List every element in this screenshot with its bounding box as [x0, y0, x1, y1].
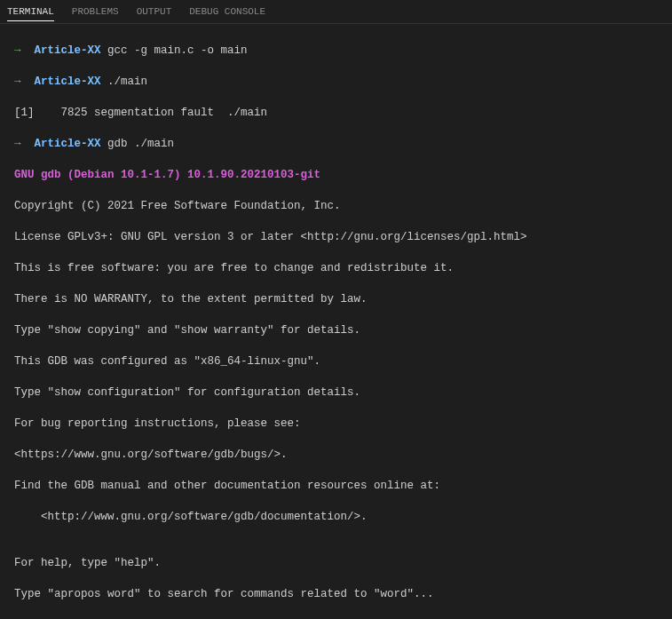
terminal-content[interactable]: → Article-XX gcc -g main.c -o main → Art…	[0, 24, 672, 619]
terminal-line: [1] 7825 segmentation fault ./main	[14, 106, 658, 122]
terminal-line: → Article-XX gcc -g main.c -o main	[14, 44, 658, 60]
tab-terminal[interactable]: TERMINAL	[7, 3, 54, 21]
gdb-text: Type "apropos word" to search for comman…	[14, 587, 658, 603]
gdb-text: <http://www.gnu.org/software/gdb/documen…	[14, 510, 658, 526]
gdb-text: For help, type "help".	[14, 556, 658, 572]
gdb-text: Copyright (C) 2021 Free Software Foundat…	[14, 199, 658, 215]
segfault-msg: [1] 7825 segmentation fault ./main	[14, 107, 267, 119]
terminal-line: → Article-XX ./main	[14, 75, 658, 91]
gdb-text: License GPLv3+: GNU GPL version 3 or lat…	[14, 230, 658, 246]
gdb-text: For bug reporting instructions, please s…	[14, 417, 658, 433]
tab-problems[interactable]: PROBLEMS	[72, 3, 119, 20]
gdb-text: This GDB was configured as "x86_64-linux…	[14, 354, 658, 370]
gdb-text: Type "show copying" and "show warranty" …	[14, 323, 658, 339]
gdb-text: Type "show configuration" for configurat…	[14, 385, 658, 401]
prompt-path: Article-XX	[35, 44, 101, 57]
terminal-line: → Article-XX gdb ./main	[14, 137, 658, 153]
gdb-text: Find the GDB manual and other documentat…	[14, 479, 658, 495]
cmd-gdb: gdb ./main	[107, 138, 174, 150]
tab-output[interactable]: OUTPUT	[137, 3, 172, 20]
gdb-text: <https://www.gnu.org/software/gdb/bugs/>…	[14, 448, 658, 464]
gdb-banner: GNU gdb (Debian 10.1-1.7) 10.1.90.202101…	[14, 168, 658, 184]
panel-tabs: TERMINAL PROBLEMS OUTPUT DEBUG CONSOLE	[0, 0, 672, 24]
tab-debug-console[interactable]: DEBUG CONSOLE	[189, 3, 265, 20]
gdb-text: There is NO WARRANTY, to the extent perm…	[14, 292, 658, 308]
cmd-run: ./main	[107, 75, 147, 88]
gdb-text: This is free software: you are free to c…	[14, 261, 658, 277]
cmd-compile: gcc -g main.c -o main	[107, 44, 248, 57]
prompt-arrow: →	[14, 44, 21, 57]
